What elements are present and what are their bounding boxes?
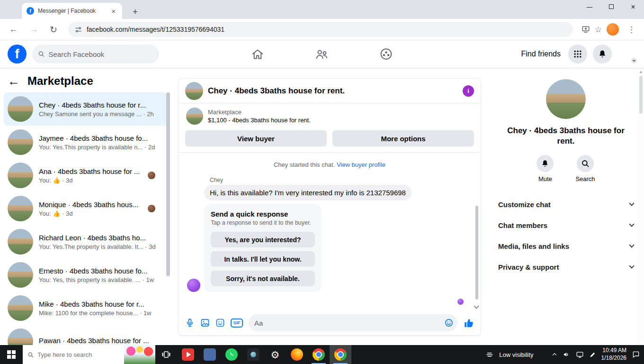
conversation-item-chey[interactable]: Chey · 4beds 3baths house for r... Chey … [4,92,168,126]
scroll-down-icon[interactable] [474,302,478,309]
sender-avatar[interactable] [187,279,200,292]
facebook-search-input[interactable] [49,50,153,58]
back-button[interactable]: ← [5,22,22,36]
weather-widget-label[interactable]: Low visibility [499,351,533,358]
message-history: Chey started this chat. View buyer profi… [179,153,481,310]
volume-icon[interactable] [563,351,571,358]
details-avatar[interactable] [546,79,586,119]
task-view-button[interactable] [155,345,177,364]
conversation-item-ana[interactable]: Ana · 4beds 3baths house for ... You: 👍3… [4,159,168,192]
emoji-icon[interactable] [444,318,454,328]
voice-clip-icon[interactable] [185,318,195,328]
conversation-item-mike[interactable]: Mike · 4beds 3baths house for r... Mike:… [4,291,168,325]
quick-response-yes-button[interactable]: Yes, are you interested? [211,232,315,247]
taskbar-search-input[interactable] [37,351,119,358]
scroll-up-icon[interactable]: ▲ [639,70,643,74]
dark-app-icon [247,348,259,361]
browser-tab-bar: f Messenger | Facebook × + — × [0,0,644,19]
pinned-app-camera[interactable] [242,345,264,364]
section-customize-chat[interactable]: Customize chat [492,194,639,215]
home-tab[interactable] [248,46,268,63]
pinned-app-media[interactable] [177,345,199,364]
conversation-item-jaymee[interactable]: Jaymee · 4beds 3baths house fo... You: Y… [4,126,168,159]
display-icon[interactable] [576,351,584,359]
minimize-button[interactable]: — [579,4,600,10]
taskbar-search[interactable] [23,345,124,364]
more-options-button[interactable]: More options [332,130,474,146]
quick-response-intalks-button[interactable]: In talks. I'll let you know. [211,251,315,267]
browser-menu-icon[interactable]: ⋮ [624,24,639,36]
system-tray: Low visibility 10:49 AM 1/18/2026 [485,345,644,364]
gif-icon[interactable]: GIF [231,318,243,328]
address-bar[interactable]: facebook.com/messages/t/1253319576694031 [68,22,573,37]
conversation-title: Ernesto · 4beds 3baths house fo... [39,267,164,275]
conversation-info-icon[interactable]: i [463,85,474,97]
facebook-logo[interactable]: f [8,45,27,64]
bookmark-star-icon[interactable]: ☆ [595,25,602,35]
search-in-conversation-button[interactable]: Search [575,155,595,182]
incoming-message-row: Chey Hi, is this available? I'm very int… [187,177,472,292]
section-privacy-support[interactable]: Privacy & support [492,256,639,277]
widgets-weather-thumbnail[interactable] [124,345,155,364]
like-icon[interactable] [463,318,474,328]
forward-button[interactable]: → [25,22,43,36]
mute-label: Mute [538,175,552,182]
conversation-title: Richard Leon · 4beds 3baths ho... [39,234,164,242]
open-app-chrome[interactable] [308,345,330,364]
sticker-icon[interactable] [215,318,225,328]
show-hidden-icons-chevron[interactable] [551,351,558,358]
install-app-icon[interactable] [580,23,592,36]
details-actions: Mute Search [537,155,595,182]
new-tab-button[interactable]: + [129,7,142,19]
attach-photo-icon[interactable] [200,318,210,328]
view-buyer-profile-link[interactable]: View buyer profile [337,161,385,168]
groups-tab[interactable] [376,46,397,63]
message-input[interactable] [254,319,444,327]
maximize-button[interactable] [600,4,622,10]
conversation-item-richard[interactable]: Richard Leon · 4beds 3baths ho... You: Y… [4,225,168,258]
quick-response-title: Send a quick response [211,210,315,218]
conversation-item-pawan[interactable]: Pawan · 4beds 3baths house for ... [4,325,168,345]
notifications-button[interactable] [593,45,612,64]
section-media-files-links[interactable]: Media, files and links [492,236,639,256]
find-friends-link[interactable]: Find friends [521,50,561,58]
sidebar-title: Marketplace [27,74,93,88]
conversation-thumbnail [8,328,33,345]
close-window-button[interactable]: × [622,3,644,11]
action-center-icon[interactable] [632,350,640,359]
friends-tab[interactable] [312,46,332,63]
browser-tab[interactable]: f Messenger | Facebook × [22,3,122,19]
mute-button[interactable]: Mute [537,155,554,182]
sidebar-scrollbar[interactable] [166,92,170,276]
browser-profile-avatar[interactable] [607,23,619,36]
site-settings-icon[interactable] [75,26,82,33]
chat-avatar[interactable] [185,82,203,100]
pinned-app-calculator[interactable] [199,345,221,364]
account-menu-button[interactable] [617,45,636,64]
pinned-app-firefox[interactable] [286,345,308,364]
pen-icon[interactable] [589,351,596,358]
taskbar-clock[interactable]: 10:49 AM 1/18/2026 [601,347,626,362]
start-button[interactable] [0,345,23,364]
tab-close-icon[interactable]: × [109,7,117,15]
active-app-chrome[interactable] [330,345,351,364]
conversation-item-ernesto[interactable]: Ernesto · 4beds 3baths house fo... You: … [4,258,168,291]
chevron-down-icon [629,201,634,206]
section-chat-members[interactable]: Chat members [492,215,639,236]
scrollbar-thumb[interactable] [639,76,643,114]
chat-column: Chey · 4beds 3baths house for rent. i Ma… [171,68,488,345]
pinned-app-settings[interactable]: ⚙ [264,345,286,364]
reload-button[interactable]: ↻ [45,22,62,37]
pinned-app-whatsapp[interactable] [221,345,242,364]
page-scrollbar[interactable]: ▲ [638,68,644,345]
conversation-thumbnail [8,229,33,255]
settings-gear-icon: ⚙ [271,350,280,360]
chat-scrollbar[interactable] [475,206,478,300]
conversation-item-monique[interactable]: Monique · 4beds 3baths hous... You: 👍3d [4,192,168,225]
quick-response-sorry-button[interactable]: Sorry, it's not available. [211,271,315,286]
back-arrow-icon[interactable]: ← [8,75,20,87]
windows-logo-icon [7,350,16,359]
apps-menu-button[interactable] [568,45,587,64]
facebook-search[interactable] [32,45,159,64]
view-buyer-button[interactable]: View buyer [185,130,327,146]
